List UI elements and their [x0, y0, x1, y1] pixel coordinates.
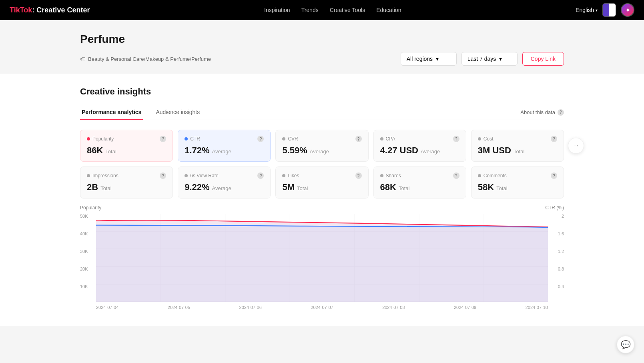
metric-number-cpa: 4.27 USD	[380, 145, 418, 156]
metric-number-likes: 5M	[282, 182, 295, 193]
metric-sub-likes: Total	[297, 185, 308, 191]
about-data-btn[interactable]: About this data ?	[520, 109, 564, 116]
metric-label-text-likes: Likes	[288, 173, 299, 178]
tab-audience[interactable]: Audience insights	[154, 105, 201, 120]
metric-number-view-rate: 9.22%	[185, 182, 209, 193]
x-date-0: 2024-07-04	[96, 305, 118, 310]
insights-tabs: Performance analytics Audience insights …	[80, 105, 564, 120]
chart-svg-area	[96, 214, 548, 302]
y-right-0-8: 0.8	[551, 267, 564, 271]
time-chevron-icon: ▾	[499, 56, 502, 62]
y-right-1-6: 1.6	[551, 231, 564, 236]
metric-number-cost: 3M USD	[478, 145, 511, 156]
metric-value-impressions: 2B Total	[87, 182, 166, 193]
metric-card-likes: Likes ? 5M Total	[275, 166, 368, 199]
metric-value-popularity: 86K Total	[87, 145, 166, 156]
nav-trends[interactable]: Trends	[301, 7, 319, 13]
dot-cvr	[282, 137, 285, 140]
dot-comments	[478, 174, 481, 177]
metric-info-cvr[interactable]: ?	[355, 136, 362, 142]
metric-card-view-rate: 6s View Rate ? 9.22% Average	[178, 166, 271, 199]
brand-logo[interactable]: TikTok: Creative Center	[10, 6, 90, 14]
metric-info-cost[interactable]: ?	[551, 136, 557, 142]
metric-info-impressions[interactable]: ?	[160, 172, 166, 179]
copy-link-button[interactable]: Copy Link	[522, 52, 564, 66]
tag-icon: 🏷	[80, 56, 86, 62]
metric-info-shares[interactable]: ?	[453, 172, 459, 179]
time-dropdown[interactable]: Last 7 days ▾	[461, 52, 518, 66]
metric-value-cost: 3M USD Total	[478, 145, 557, 156]
metric-number-cvr: 5.59%	[282, 145, 307, 156]
chart-x-labels: 2024-07-04 2024-07-05 2024-07-06 2024-07…	[96, 305, 548, 310]
metric-label-text-comments: Comments	[484, 173, 507, 178]
insights-title: Creative insights	[80, 86, 564, 97]
metric-info-popularity[interactable]: ?	[160, 136, 166, 142]
metric-info-ctr[interactable]: ?	[257, 136, 264, 142]
user-avatar-btn[interactable]: ✦	[621, 3, 634, 17]
region-dropdown[interactable]: All regions ▾	[401, 52, 457, 66]
metric-card-shares: Shares ? 68K Total	[373, 166, 466, 199]
x-date-3: 2024-07-07	[311, 305, 333, 310]
metric-label-view-rate: 6s View Rate ?	[185, 172, 264, 179]
metric-number-popularity: 86K	[87, 145, 103, 156]
dot-likes	[282, 174, 285, 177]
metric-info-likes[interactable]: ?	[355, 172, 362, 179]
metric-value-ctr: 1.72% Average	[185, 145, 264, 156]
x-date-5: 2024-07-09	[454, 305, 476, 310]
metric-card-cost: Cost ? 3M USD Total	[471, 130, 564, 162]
category-text: Beauty & Personal Care/Makeup & Perfume/…	[88, 56, 211, 62]
metric-label-text-ctr: CTR	[190, 136, 200, 142]
metric-sub-comments: Total	[496, 185, 507, 191]
y-left-20k: 20K	[80, 267, 93, 271]
chart-area-ctr	[96, 225, 548, 302]
about-data-label: About this data	[520, 109, 555, 115]
metric-label-impressions: Impressions ?	[87, 172, 166, 179]
chart-container: 50K 40K 30K 20K 10K 2 1.6 1.2 0.8 0.4	[80, 214, 564, 310]
x-date-6: 2024-07-10	[526, 305, 548, 310]
dot-impressions	[87, 174, 90, 177]
nav-creative-tools[interactable]: Creative Tools	[330, 7, 365, 13]
metric-sub-shares: Total	[399, 185, 409, 191]
metric-info-cpa[interactable]: ?	[453, 136, 459, 142]
metric-info-view-rate[interactable]: ?	[257, 172, 264, 179]
y-left-40k: 40K	[80, 231, 93, 236]
filter-controls: All regions ▾ Last 7 days ▾ Copy Link	[401, 52, 564, 66]
language-label: English	[576, 7, 594, 13]
nav-inspiration[interactable]: Inspiration	[264, 7, 290, 13]
metric-card-ctr: CTR ? 1.72% Average	[178, 130, 271, 162]
navbar: TikTok: Creative Center Inspiration Tren…	[0, 0, 644, 20]
about-data-info-icon: ?	[558, 109, 564, 116]
lang-dropdown-icon: ▾	[596, 8, 598, 12]
language-selector[interactable]: English ▾	[576, 7, 598, 13]
metric-label-text-popularity: Popularity	[92, 136, 114, 142]
metric-value-cpa: 4.27 USD Average	[380, 145, 459, 156]
app-switcher-btn[interactable]	[602, 3, 616, 17]
metric-value-comments: 58K Total	[478, 182, 557, 193]
y-left-50k: 50K	[80, 214, 93, 219]
x-date-4: 2024-07-08	[382, 305, 405, 310]
dot-cpa	[380, 137, 383, 140]
metric-sub-ctr: Average	[212, 148, 231, 154]
metric-sub-cpa: Average	[421, 148, 440, 154]
metric-info-comments[interactable]: ?	[551, 172, 557, 179]
main-content: Creative insights Performance analytics …	[0, 74, 644, 326]
metric-sub-popularity: Total	[105, 148, 116, 154]
page-header: Perfume 🏷 Beauty & Personal Care/Makeup …	[0, 20, 644, 74]
metric-card-cpa: CPA ? 4.27 USD Average	[373, 130, 466, 162]
tab-performance[interactable]: Performance analytics	[80, 105, 143, 120]
nav-education[interactable]: Education	[376, 7, 401, 13]
metric-label-cost: Cost ?	[478, 136, 557, 142]
metric-value-shares: 68K Total	[380, 182, 459, 193]
metrics-next-btn[interactable]: →	[568, 138, 584, 154]
page-meta: 🏷 Beauty & Personal Care/Makeup & Perfum…	[80, 52, 564, 66]
time-value: Last 7 days	[467, 56, 496, 62]
metric-label-popularity: Popularity ?	[87, 136, 166, 142]
region-chevron-icon: ▾	[436, 56, 439, 62]
dot-view-rate	[185, 174, 188, 177]
brand-cc: : Creative Center	[32, 6, 90, 14]
metric-label-comments: Comments ?	[478, 172, 557, 179]
metric-label-text-impressions: Impressions	[92, 173, 118, 178]
metric-card-impressions: Impressions ? 2B Total	[80, 166, 173, 199]
metric-sub-view-rate: Average	[212, 185, 231, 191]
metric-label-cpa: CPA ?	[380, 136, 459, 142]
